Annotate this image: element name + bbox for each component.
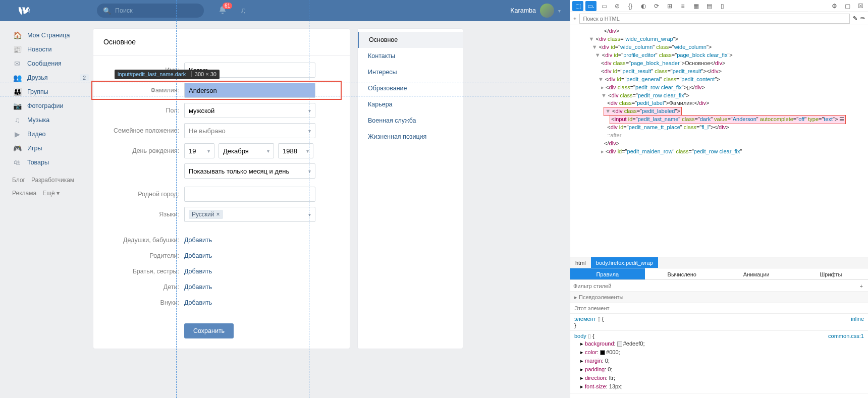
- tool-icon[interactable]: ▭: [599, 1, 610, 11]
- tool-icon[interactable]: ◐: [638, 1, 649, 11]
- tool-icon[interactable]: ≡: [677, 1, 688, 11]
- search-input[interactable]: [115, 7, 194, 14]
- page-title: Основное: [93, 29, 350, 55]
- eyedropper-icon[interactable]: ✑: [860, 15, 865, 22]
- label-languages: Языки:: [93, 211, 184, 218]
- ruler-guide: [309, 0, 309, 398]
- inspector-tooltip: input#pedit_last_name.dark 300 × 30: [115, 70, 220, 79]
- styles-subtab[interactable]: Вычислено: [645, 268, 720, 279]
- last-name-input[interactable]: [184, 83, 315, 98]
- styles-filter-input[interactable]: [573, 283, 858, 289]
- crumb-html[interactable]: html: [570, 260, 591, 266]
- search-box[interactable]: 🔍: [97, 4, 204, 18]
- notif-badge: 61: [223, 3, 232, 9]
- html-tree[interactable]: </div> ▼ <div class="wide_column_wrap"> …: [570, 25, 868, 257]
- languages-select[interactable]: Русский ×▾: [184, 207, 315, 222]
- nav-item[interactable]: ♫Музыка: [12, 113, 93, 127]
- nav-badge: 2: [80, 74, 89, 81]
- marital-select[interactable]: Не выбрано▾: [184, 123, 315, 138]
- inspector-pick-icon[interactable]: ⬚: [572, 1, 583, 11]
- side-tab[interactable]: Контакты: [358, 48, 463, 64]
- label-surname: Фамилия:: [93, 87, 184, 94]
- nav-item[interactable]: 📰Новости: [12, 42, 93, 56]
- bday-year-select[interactable]: 1988▾: [278, 143, 313, 158]
- nav-item[interactable]: ✉Сообщения: [12, 56, 93, 71]
- bday-month-select[interactable]: Декабря▾: [219, 143, 274, 158]
- footer-link[interactable]: Блог: [12, 177, 25, 184]
- profile-editor: Основное Имя: input#pedit_last_name.dark…: [93, 28, 350, 349]
- tool-icon[interactable]: ▤: [703, 1, 715, 11]
- side-tab[interactable]: Интересы: [358, 64, 463, 80]
- styles-subtab[interactable]: Анимации: [719, 268, 794, 279]
- hometown-input[interactable]: [184, 187, 315, 202]
- dock-icon[interactable]: ▢: [842, 1, 853, 11]
- side-tabs: ОсновноеКонтактыИнтересыОбразованиеКарье…: [357, 28, 463, 349]
- music-icon[interactable]: ♫: [240, 6, 246, 15]
- footer-link[interactable]: Ещё ▾: [42, 190, 60, 197]
- highlighted-surname-row: input#pedit_last_name.dark 300 × 30 Фами…: [93, 83, 340, 98]
- responsive-mode-icon[interactable]: ▭.: [585, 1, 596, 11]
- user-menu[interactable]: Karamba ▾: [510, 4, 565, 18]
- footer-link[interactable]: Разработчикам: [31, 177, 74, 184]
- styles-pane: ▸ Псевдоэлементы Этот элемент inline эле…: [570, 292, 868, 398]
- tool-icon[interactable]: {}: [625, 1, 636, 11]
- left-nav: 🏠Моя Страница📰Новости✉Сообщения👥Друзья2👪…: [12, 21, 93, 349]
- side-tab[interactable]: Жизненная позиция: [358, 129, 463, 145]
- add-grandchildren-link[interactable]: Добавить: [184, 299, 212, 306]
- add-children-link[interactable]: Добавить: [184, 283, 212, 291]
- nav-icon: ▶: [12, 130, 22, 138]
- tool-icon[interactable]: ▯: [717, 1, 728, 11]
- edit-icon[interactable]: ✎: [853, 15, 857, 22]
- gender-select[interactable]: мужской▾: [184, 103, 315, 118]
- footer-link[interactable]: Реклама: [12, 190, 36, 197]
- nav-icon: 🏠: [12, 31, 22, 39]
- nav-item[interactable]: 🎮Игры: [12, 141, 93, 155]
- browser-viewport: 🔍 61 ♫ Karamba ▾ 🏠Моя Страница📰Новости✉С…: [0, 0, 570, 398]
- devtools-searchbar: + ✎ ✑: [570, 12, 868, 25]
- label-birthday: День рождения:: [93, 147, 184, 154]
- tool-icon[interactable]: ⊞: [664, 1, 675, 11]
- bday-visibility-select[interactable]: Показывать только месяц и день▾: [184, 163, 315, 179]
- search-icon: 🔍: [103, 7, 111, 15]
- add-parents-link[interactable]: Добавить: [184, 252, 212, 259]
- styles-subtab[interactable]: Шрифты: [794, 268, 869, 279]
- nav-item[interactable]: 🛍Товары: [12, 155, 93, 169]
- devtools-toolbar: ⬚ ▭. ▭ ⊘ {} ◐ ⟳ ⊞ ≡ ▦ ▤ ▯ ⚙ ▢ ☒: [570, 0, 868, 12]
- nav-icon: ♫: [12, 116, 22, 124]
- nav-item[interactable]: 🏠Моя Страница: [12, 28, 93, 42]
- label-hometown: Родной город:: [93, 191, 184, 198]
- add-icon[interactable]: +: [573, 16, 576, 22]
- add-siblings-link[interactable]: Добавить: [184, 268, 212, 275]
- label-gender: Пол:: [93, 107, 184, 114]
- side-tab[interactable]: Военная служба: [358, 112, 463, 129]
- styles-subtab[interactable]: Правила: [570, 268, 645, 279]
- side-tab[interactable]: Основное: [358, 32, 463, 48]
- nav-item[interactable]: 📷Фотографии: [12, 99, 93, 113]
- add-rule-icon[interactable]: +: [858, 283, 865, 289]
- username: Karamba: [510, 7, 536, 14]
- html-search-input[interactable]: [579, 14, 850, 24]
- tool-icon[interactable]: ⊘: [612, 1, 623, 11]
- vk-logo-icon[interactable]: [16, 3, 31, 18]
- save-button[interactable]: Сохранить: [184, 323, 234, 338]
- remove-icon[interactable]: ×: [216, 211, 220, 218]
- ruler-guide: [176, 0, 177, 398]
- nav-icon: 📰: [12, 45, 22, 53]
- label-marital: Семейное положение:: [93, 127, 184, 134]
- side-tab[interactable]: Карьера: [358, 96, 463, 112]
- nav-icon: 🎮: [12, 144, 22, 152]
- crumb-body[interactable]: body.firefox.pedit_wrap: [591, 257, 658, 268]
- styles-filter: +: [570, 280, 868, 292]
- add-grandparents-link[interactable]: Добавить: [184, 237, 212, 244]
- tool-icon[interactable]: ⟳: [651, 1, 662, 11]
- nav-item[interactable]: ▶Видео: [12, 127, 93, 141]
- bday-day-select[interactable]: 19▾: [184, 143, 214, 158]
- nav-item[interactable]: 👪Группы: [12, 85, 93, 99]
- tool-icon[interactable]: ▦: [690, 1, 701, 11]
- styles-subtabs: ПравилаВычисленоАнимацииШрифты: [570, 268, 868, 280]
- settings-icon[interactable]: ⚙: [829, 1, 840, 11]
- close-icon[interactable]: ☒: [855, 1, 866, 11]
- nav-icon: 👪: [12, 88, 22, 96]
- nav-icon: 📷: [12, 102, 22, 110]
- notifications-icon[interactable]: 61: [218, 6, 227, 16]
